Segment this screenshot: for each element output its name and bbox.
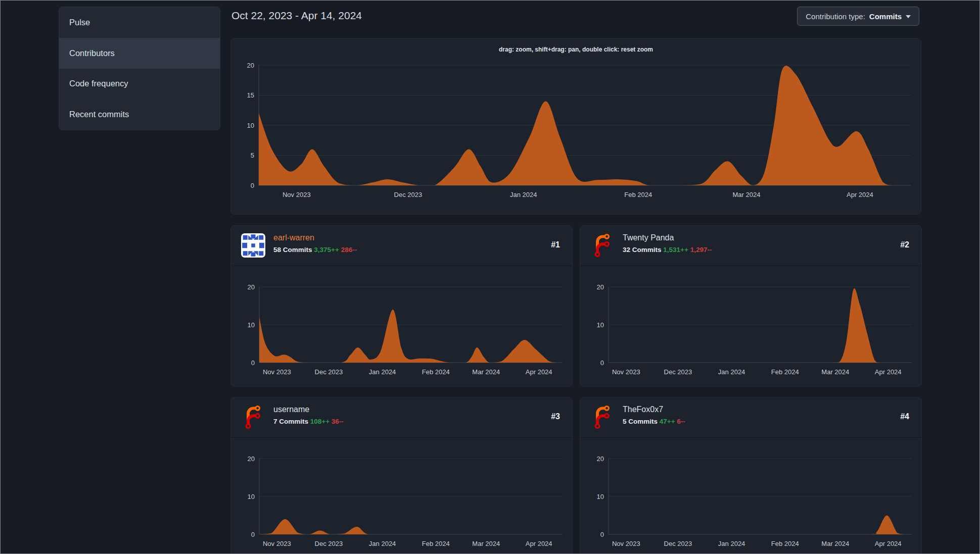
deletions-count: 36--	[332, 418, 344, 425]
contributor-stats: 58 Commits 3,375++ 286--	[273, 246, 357, 254]
contribution-type-label: Contribution type:	[806, 12, 865, 21]
contribution-type-value: Commits	[869, 12, 902, 21]
sidebar-item-contributors[interactable]: Contributors	[59, 38, 220, 69]
avatar	[590, 233, 615, 258]
deletions-count: 1,297--	[690, 246, 712, 254]
svg-text:Dec 2023: Dec 2023	[664, 540, 692, 547]
svg-text:0: 0	[251, 359, 255, 367]
contributor-card-header: TheFox0x7 5 Commits 47++ 6-- #4	[580, 397, 921, 438]
svg-text:Mar 2024: Mar 2024	[732, 191, 760, 198]
svg-text:10: 10	[247, 122, 254, 129]
svg-text:Jan 2024: Jan 2024	[718, 368, 745, 376]
avatar	[241, 405, 265, 429]
rank-badge: #4	[900, 412, 909, 421]
svg-text:Nov 2023: Nov 2023	[612, 540, 640, 547]
commits-count: 5 Commits	[623, 418, 658, 425]
svg-text:20: 20	[597, 455, 604, 463]
contribution-type-button[interactable]: Contribution type: Commits	[797, 7, 919, 26]
forgejo-logo-icon	[241, 405, 265, 429]
svg-text:0: 0	[251, 531, 255, 538]
svg-text:Dec 2023: Dec 2023	[315, 368, 343, 376]
sidebar-menu: Pulse Contributors Code frequency Recent…	[59, 7, 220, 130]
svg-text:Apr 2024: Apr 2024	[875, 540, 902, 547]
svg-text:Nov 2023: Nov 2023	[612, 368, 640, 376]
svg-text:Apr 2024: Apr 2024	[875, 368, 902, 376]
contributor-card-header: Twenty Panda 32 Commits 1,531++ 1,297-- …	[580, 226, 921, 266]
avatar	[241, 233, 265, 258]
contributor-stats: 7 Commits 108++ 36--	[273, 418, 344, 425]
contributor-name-link[interactable]: Twenty Panda	[623, 233, 674, 242]
date-range-title: Oct 22, 2023 - Apr 14, 2024	[231, 10, 362, 22]
additions-count: 47++	[660, 418, 675, 425]
svg-text:Jan 2024: Jan 2024	[718, 540, 745, 547]
contributor-card: 01020Nov 2023Dec 2023Jan 2024Feb 2024Mar…	[580, 225, 922, 387]
commits-count: 32 Commits	[623, 246, 662, 254]
svg-text:Jan 2024: Jan 2024	[510, 191, 537, 198]
contributor-card-header: earl-warren 58 Commits 3,375++ 286-- #1	[231, 226, 572, 266]
contributor-card-header: username 7 Commits 108++ 36-- #3	[231, 397, 572, 438]
avatar	[590, 405, 615, 429]
contributor-stats: 5 Commits 47++ 6--	[623, 418, 685, 425]
svg-text:Apr 2024: Apr 2024	[526, 368, 552, 376]
additions-count: 3,375++	[314, 246, 339, 254]
svg-text:20: 20	[248, 283, 255, 291]
identicon-avatar-icon	[241, 233, 265, 258]
contributor-name-link[interactable]: username	[273, 405, 309, 414]
svg-text:Feb 2024: Feb 2024	[771, 368, 799, 376]
svg-text:Feb 2024: Feb 2024	[422, 540, 450, 547]
deletions-count: 6--	[677, 418, 685, 425]
main-chart-panel: 05101520Nov 2023Dec 2023Jan 2024Feb 2024…	[230, 38, 921, 215]
contributor-name-link[interactable]: TheFox0x7	[623, 405, 663, 414]
svg-text:Nov 2023: Nov 2023	[283, 191, 311, 198]
svg-text:Mar 2024: Mar 2024	[821, 540, 849, 547]
contributor-card: 01020Nov 2023Dec 2023Jan 2024Feb 2024Mar…	[230, 397, 573, 554]
svg-text:Nov 2023: Nov 2023	[263, 368, 291, 376]
svg-text:Mar 2024: Mar 2024	[472, 368, 500, 376]
svg-text:5: 5	[251, 152, 254, 159]
commits-count: 58 Commits	[273, 246, 312, 254]
chevron-down-icon	[906, 15, 911, 18]
deletions-count: 286--	[341, 246, 357, 254]
contributor-card: 01020Nov 2023Dec 2023Jan 2024Feb 2024Mar…	[580, 397, 922, 554]
svg-text:10: 10	[597, 493, 604, 500]
svg-text:20: 20	[597, 283, 604, 291]
svg-text:Jan 2024: Jan 2024	[369, 368, 396, 376]
svg-text:20: 20	[248, 455, 255, 463]
sidebar-item-recent-commits[interactable]: Recent commits	[59, 99, 220, 130]
zoom-hint: drag: zoom, shift+drag: pan, double clic…	[231, 46, 921, 53]
commits-count: 7 Commits	[273, 418, 308, 425]
svg-text:Feb 2024: Feb 2024	[771, 540, 799, 547]
svg-text:0: 0	[600, 531, 604, 538]
sidebar-item-pulse[interactable]: Pulse	[59, 7, 220, 38]
svg-text:Dec 2023: Dec 2023	[664, 368, 692, 376]
additions-count: 1,531++	[663, 246, 688, 254]
svg-text:Nov 2023: Nov 2023	[263, 540, 291, 547]
svg-text:15: 15	[247, 91, 254, 99]
contributors-page: Pulse Contributors Code frequency Recent…	[0, 0, 980, 554]
svg-text:Feb 2024: Feb 2024	[624, 191, 652, 198]
main-contributions-chart[interactable]: 05101520Nov 2023Dec 2023Jan 2024Feb 2024…	[231, 39, 921, 215]
svg-text:0: 0	[600, 359, 604, 367]
forgejo-logo-icon	[590, 405, 615, 429]
rank-badge: #3	[551, 412, 560, 421]
svg-text:10: 10	[248, 321, 255, 329]
svg-text:Mar 2024: Mar 2024	[821, 368, 849, 376]
svg-text:0: 0	[251, 182, 254, 189]
contributor-name-link[interactable]: earl-warren	[273, 233, 314, 242]
svg-text:Apr 2024: Apr 2024	[526, 540, 552, 547]
svg-text:Apr 2024: Apr 2024	[847, 191, 873, 198]
svg-text:Dec 2023: Dec 2023	[394, 191, 423, 198]
rank-badge: #2	[900, 240, 909, 249]
contributor-stats: 32 Commits 1,531++ 1,297--	[623, 246, 712, 254]
svg-text:10: 10	[597, 321, 604, 329]
contributor-card: 01020Nov 2023Dec 2023Jan 2024Feb 2024Mar…	[230, 225, 573, 387]
sidebar-item-code-frequency[interactable]: Code frequency	[59, 69, 220, 99]
svg-text:Dec 2023: Dec 2023	[315, 540, 343, 547]
svg-text:Jan 2024: Jan 2024	[369, 540, 396, 547]
additions-count: 108++	[310, 418, 330, 425]
svg-text:20: 20	[247, 62, 254, 69]
svg-text:Mar 2024: Mar 2024	[472, 540, 500, 547]
svg-text:10: 10	[248, 493, 255, 500]
svg-text:Feb 2024: Feb 2024	[422, 368, 450, 376]
rank-badge: #1	[551, 240, 560, 249]
